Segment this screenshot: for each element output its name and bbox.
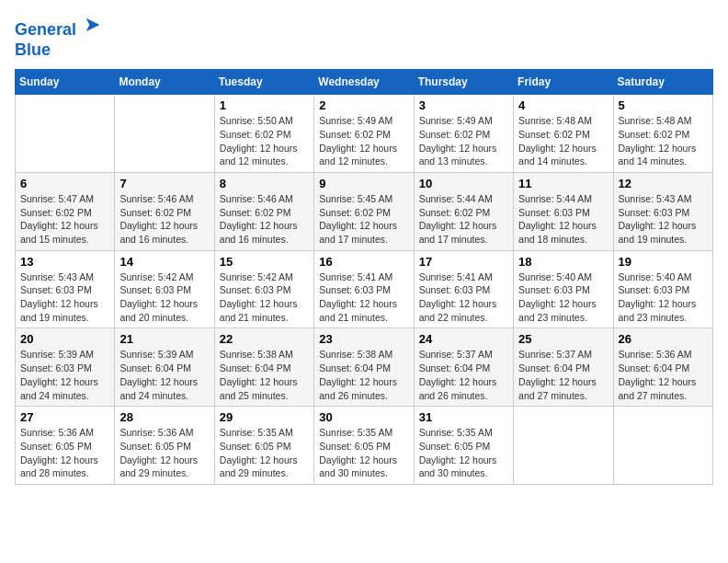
day-info: Sunrise: 5:45 AM Sunset: 6:02 PM Dayligh…	[319, 192, 408, 247]
calendar-cell: 20Sunrise: 5:39 AM Sunset: 6:03 PM Dayli…	[16, 328, 115, 407]
day-number: 15	[220, 255, 309, 269]
day-info: Sunrise: 5:42 AM Sunset: 6:03 PM Dayligh…	[220, 270, 309, 325]
day-info: Sunrise: 5:37 AM Sunset: 6:04 PM Dayligh…	[419, 348, 508, 402]
calendar-cell: 11Sunrise: 5:44 AM Sunset: 6:03 PM Dayli…	[514, 172, 613, 250]
day-number: 21	[119, 332, 209, 346]
calendar-cell: 29Sunrise: 5:35 AM Sunset: 6:05 PM Dayli…	[214, 407, 313, 485]
day-number: 29	[220, 410, 309, 424]
day-number: 10	[419, 177, 508, 190]
day-number: 27	[20, 410, 109, 424]
calendar-cell	[115, 95, 214, 173]
week-row-1: 1Sunrise: 5:50 AM Sunset: 6:02 PM Daylig…	[16, 95, 713, 173]
calendar-cell: 8Sunrise: 5:46 AM Sunset: 6:02 PM Daylig…	[214, 172, 313, 250]
day-number: 8	[220, 177, 309, 190]
day-header-tuesday: Tuesday	[214, 70, 313, 95]
logo-arrow-icon	[83, 15, 103, 35]
day-number: 22	[220, 332, 309, 346]
day-info: Sunrise: 5:36 AM Sunset: 6:05 PM Dayligh…	[20, 426, 109, 480]
calendar-cell: 31Sunrise: 5:35 AM Sunset: 6:05 PM Dayli…	[414, 407, 513, 485]
calendar-cell: 9Sunrise: 5:45 AM Sunset: 6:02 PM Daylig…	[314, 172, 414, 250]
day-info: Sunrise: 5:41 AM Sunset: 6:03 PM Dayligh…	[319, 270, 408, 325]
day-header-sunday: Sunday	[16, 70, 115, 95]
calendar-cell: 24Sunrise: 5:37 AM Sunset: 6:04 PM Dayli…	[414, 328, 513, 407]
day-number: 6	[20, 177, 109, 190]
day-info: Sunrise: 5:49 AM Sunset: 6:02 PM Dayligh…	[319, 114, 408, 168]
calendar-cell: 7Sunrise: 5:46 AM Sunset: 6:02 PM Daylig…	[115, 172, 214, 250]
day-info: Sunrise: 5:38 AM Sunset: 6:04 PM Dayligh…	[319, 348, 408, 402]
day-header-saturday: Saturday	[613, 70, 712, 95]
day-info: Sunrise: 5:50 AM Sunset: 6:02 PM Dayligh…	[220, 114, 309, 168]
week-row-2: 6Sunrise: 5:47 AM Sunset: 6:02 PM Daylig…	[16, 172, 713, 250]
day-number: 5	[619, 98, 708, 112]
day-info: Sunrise: 5:39 AM Sunset: 6:04 PM Dayligh…	[119, 348, 209, 402]
calendar-cell: 6Sunrise: 5:47 AM Sunset: 6:02 PM Daylig…	[16, 172, 115, 250]
calendar-cell: 13Sunrise: 5:43 AM Sunset: 6:03 PM Dayli…	[16, 250, 115, 328]
day-header-monday: Monday	[115, 70, 214, 95]
day-info: Sunrise: 5:36 AM Sunset: 6:04 PM Dayligh…	[619, 348, 708, 402]
day-number: 31	[419, 410, 508, 424]
day-info: Sunrise: 5:43 AM Sunset: 6:03 PM Dayligh…	[619, 192, 708, 247]
logo: General Blue	[15, 15, 103, 60]
calendar-cell: 12Sunrise: 5:43 AM Sunset: 6:03 PM Dayli…	[613, 172, 712, 250]
day-number: 3	[419, 98, 508, 112]
day-number: 24	[419, 332, 508, 346]
week-row-4: 20Sunrise: 5:39 AM Sunset: 6:03 PM Dayli…	[16, 328, 713, 407]
day-info: Sunrise: 5:48 AM Sunset: 6:02 PM Dayligh…	[619, 114, 708, 168]
day-header-thursday: Thursday	[414, 70, 513, 95]
day-info: Sunrise: 5:40 AM Sunset: 6:03 PM Dayligh…	[518, 270, 608, 325]
day-number: 13	[20, 255, 109, 269]
day-number: 2	[319, 98, 408, 112]
day-number: 25	[518, 332, 608, 346]
day-info: Sunrise: 5:46 AM Sunset: 6:02 PM Dayligh…	[119, 192, 209, 247]
day-info: Sunrise: 5:49 AM Sunset: 6:02 PM Dayligh…	[419, 114, 508, 168]
calendar-cell: 27Sunrise: 5:36 AM Sunset: 6:05 PM Dayli…	[16, 407, 115, 485]
day-info: Sunrise: 5:41 AM Sunset: 6:03 PM Dayligh…	[419, 270, 508, 325]
calendar-cell: 14Sunrise: 5:42 AM Sunset: 6:03 PM Dayli…	[115, 250, 214, 328]
day-info: Sunrise: 5:37 AM Sunset: 6:04 PM Dayligh…	[518, 348, 608, 402]
calendar-cell	[16, 95, 115, 173]
day-number: 12	[619, 177, 708, 190]
day-number: 16	[319, 255, 408, 269]
week-row-5: 27Sunrise: 5:36 AM Sunset: 6:05 PM Dayli…	[16, 407, 713, 485]
day-number: 17	[419, 255, 508, 269]
day-number: 7	[119, 177, 209, 190]
day-number: 14	[119, 255, 209, 269]
calendar-cell: 2Sunrise: 5:49 AM Sunset: 6:02 PM Daylig…	[314, 95, 414, 173]
day-info: Sunrise: 5:43 AM Sunset: 6:03 PM Dayligh…	[20, 270, 109, 325]
day-number: 26	[619, 332, 708, 346]
day-number: 1	[220, 98, 309, 112]
day-number: 9	[319, 177, 408, 190]
day-info: Sunrise: 5:40 AM Sunset: 6:03 PM Dayligh…	[619, 270, 708, 325]
svg-marker-0	[86, 18, 100, 32]
day-number: 4	[518, 98, 608, 112]
calendar-cell: 18Sunrise: 5:40 AM Sunset: 6:03 PM Dayli…	[514, 250, 613, 328]
calendar-cell: 5Sunrise: 5:48 AM Sunset: 6:02 PM Daylig…	[613, 95, 712, 173]
calendar-cell: 22Sunrise: 5:38 AM Sunset: 6:04 PM Dayli…	[214, 328, 313, 407]
day-info: Sunrise: 5:44 AM Sunset: 6:03 PM Dayligh…	[518, 192, 608, 247]
calendar-cell	[613, 407, 712, 485]
calendar-cell: 4Sunrise: 5:48 AM Sunset: 6:02 PM Daylig…	[514, 95, 613, 173]
calendar-cell: 23Sunrise: 5:38 AM Sunset: 6:04 PM Dayli…	[314, 328, 414, 407]
day-header-wednesday: Wednesday	[314, 70, 414, 95]
day-number: 18	[518, 255, 608, 269]
day-number: 19	[619, 255, 708, 269]
day-number: 30	[319, 410, 408, 424]
calendar-cell: 17Sunrise: 5:41 AM Sunset: 6:03 PM Dayli…	[414, 250, 513, 328]
calendar-cell: 1Sunrise: 5:50 AM Sunset: 6:02 PM Daylig…	[214, 95, 313, 173]
day-info: Sunrise: 5:35 AM Sunset: 6:05 PM Dayligh…	[220, 426, 309, 480]
day-info: Sunrise: 5:42 AM Sunset: 6:03 PM Dayligh…	[119, 270, 209, 325]
calendar-cell: 30Sunrise: 5:35 AM Sunset: 6:05 PM Dayli…	[314, 407, 414, 485]
calendar-header-row: SundayMondayTuesdayWednesdayThursdayFrid…	[16, 70, 713, 95]
day-info: Sunrise: 5:36 AM Sunset: 6:05 PM Dayligh…	[119, 426, 209, 480]
day-info: Sunrise: 5:46 AM Sunset: 6:02 PM Dayligh…	[220, 192, 309, 247]
day-number: 20	[20, 332, 109, 346]
calendar-cell: 28Sunrise: 5:36 AM Sunset: 6:05 PM Dayli…	[115, 407, 214, 485]
day-info: Sunrise: 5:48 AM Sunset: 6:02 PM Dayligh…	[518, 114, 608, 168]
calendar-cell	[514, 407, 613, 485]
day-info: Sunrise: 5:44 AM Sunset: 6:02 PM Dayligh…	[419, 192, 508, 247]
calendar-cell: 3Sunrise: 5:49 AM Sunset: 6:02 PM Daylig…	[414, 95, 513, 173]
calendar-cell: 21Sunrise: 5:39 AM Sunset: 6:04 PM Dayli…	[115, 328, 214, 407]
day-number: 28	[119, 410, 209, 424]
day-info: Sunrise: 5:35 AM Sunset: 6:05 PM Dayligh…	[319, 426, 408, 480]
calendar-cell: 16Sunrise: 5:41 AM Sunset: 6:03 PM Dayli…	[314, 250, 414, 328]
